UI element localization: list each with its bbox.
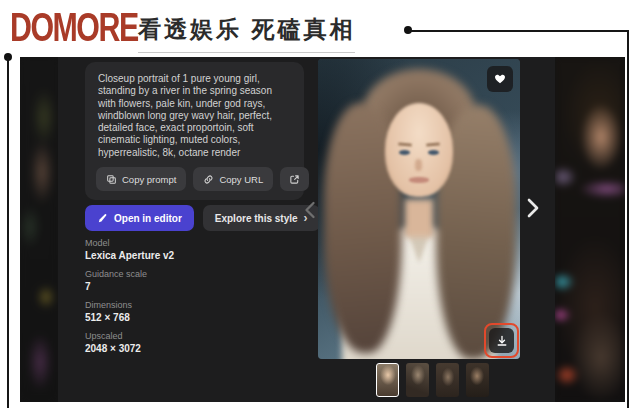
decor-line-right [627, 30, 629, 408]
metadata-dimensions: Dimensions 512 × 768 [85, 300, 174, 324]
prompt-text: Closeup portrait of 1 pure young girl, s… [85, 62, 304, 159]
domore-logo: DOMORE [10, 4, 138, 51]
primary-actions: Open in editor Explore this style › [85, 205, 320, 231]
thumbnail[interactable] [436, 363, 459, 397]
copy-prompt-button[interactable]: Copy prompt [96, 167, 186, 191]
image-metadata: Model Lexica Aperture v2 Guidance scale … [85, 238, 174, 362]
metadata-upscaled: Upscaled 2048 × 3072 [85, 331, 174, 355]
portrait-art-nose [415, 159, 422, 171]
metadata-label: Model [85, 238, 174, 249]
download-button[interactable] [489, 328, 514, 353]
like-button[interactable] [487, 66, 513, 92]
background-gallery-right [555, 57, 625, 402]
page: DOMORE 看透娱乐 死磕真相 Closeup portrait of 1 p… [0, 0, 640, 408]
previous-image-button[interactable] [303, 199, 319, 221]
copy-prompt-label: Copy prompt [122, 174, 176, 185]
metadata-guidance-scale: Guidance scale 7 [85, 269, 174, 293]
decor-line-left [7, 57, 9, 408]
thumbnail[interactable] [406, 363, 429, 397]
open-in-editor-button[interactable]: Open in editor [85, 205, 194, 231]
decor-line-top [409, 30, 629, 32]
open-external-button[interactable] [280, 167, 309, 191]
background-gallery-left-art [20, 57, 58, 402]
external-link-icon [289, 174, 300, 185]
prompt-actions: Copy prompt Copy URL [96, 167, 309, 191]
copy-icon [106, 174, 117, 185]
metadata-label: Guidance scale [85, 269, 174, 280]
metadata-value: Lexica Aperture v2 [85, 249, 174, 262]
background-gallery-right-art [555, 57, 625, 402]
explore-style-label: Explore this style [215, 213, 298, 224]
metadata-value: 7 [85, 280, 174, 293]
chevron-right-icon [525, 196, 543, 220]
next-image-button[interactable] [525, 195, 543, 221]
portrait-art-lips [409, 177, 429, 183]
thumbnail-strip [376, 363, 489, 397]
background-gallery-left [20, 57, 58, 402]
portrait-art-eye [399, 150, 410, 155]
portrait-art-neck [404, 199, 434, 237]
chevron-left-icon [303, 200, 319, 220]
heart-icon [494, 73, 506, 85]
metadata-model: Model Lexica Aperture v2 [85, 238, 174, 262]
copy-url-button[interactable]: Copy URL [193, 167, 273, 191]
download-icon [496, 335, 508, 347]
thumbnail-selected[interactable] [376, 363, 399, 397]
pencil-icon [97, 213, 108, 224]
metadata-value: 512 × 768 [85, 311, 174, 324]
link-icon [203, 174, 214, 185]
tagline-underline: 看透娱乐 死磕真相 [138, 14, 355, 53]
prompt-card: Closeup portrait of 1 pure young girl, s… [85, 62, 304, 200]
page-tagline: 看透娱乐 死磕真相 [138, 14, 355, 45]
lexica-lightbox-panel: Closeup portrait of 1 pure young girl, s… [20, 57, 625, 402]
metadata-label: Dimensions [85, 300, 174, 311]
metadata-value: 2048 × 3072 [85, 342, 174, 355]
portrait-art-eye [428, 150, 439, 155]
open-in-editor-label: Open in editor [114, 213, 182, 224]
generated-image[interactable] [318, 59, 520, 359]
copy-url-label: Copy URL [219, 174, 263, 185]
metadata-label: Upscaled [85, 331, 174, 342]
thumbnail[interactable] [466, 363, 489, 397]
